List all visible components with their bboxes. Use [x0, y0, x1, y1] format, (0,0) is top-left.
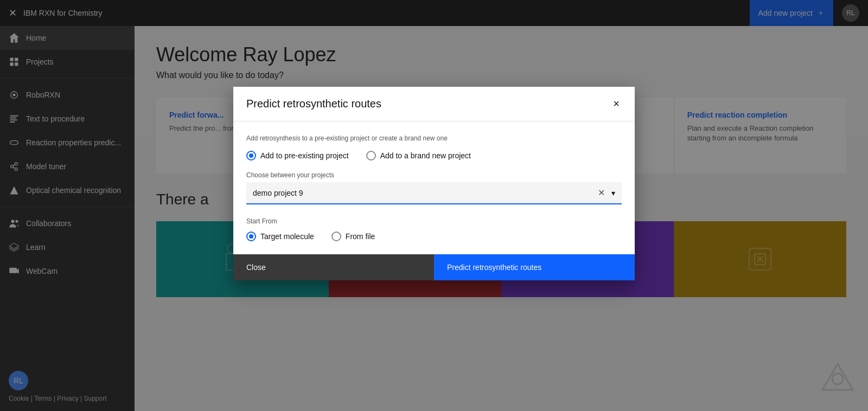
radio-circle-new-project — [366, 151, 376, 160]
project-dropdown[interactable]: demo project 9 ✕ ▾ — [246, 182, 622, 204]
modal-instruction: Add retrosynthesis to a pre-existing pro… — [246, 134, 622, 142]
dropdown-value: demo project 9 — [253, 189, 598, 197]
radio-new-project[interactable]: Add to a brand new project — [366, 151, 471, 160]
modal-body: Add retrosynthesis to a pre-existing pro… — [233, 121, 635, 254]
radio-circle-target-molecule — [246, 232, 256, 241]
radio-label-from-file: From file — [346, 232, 375, 241]
dropdown-clear-button[interactable]: ✕ — [598, 188, 605, 198]
modal-close-button[interactable]: × — [611, 95, 622, 112]
radio-label-target-molecule: Target molecule — [260, 232, 314, 241]
radio-from-file[interactable]: From file — [331, 232, 375, 241]
modal-footer: Close Predict retrosynthetic routes — [233, 254, 635, 280]
dropdown-label: Choose between your projects — [246, 171, 622, 179]
radio-circle-from-file — [331, 232, 341, 241]
dropdown-actions: ✕ ▾ — [598, 188, 615, 198]
modal-overlay: Predict retrosynthetic routes × Add retr… — [0, 0, 868, 411]
modal-header: Predict retrosynthetic routes × — [233, 87, 635, 121]
radio-pre-existing[interactable]: Add to pre-existing project — [246, 151, 349, 160]
radio-target-molecule[interactable]: Target molecule — [246, 232, 314, 241]
start-from-label: Start From — [246, 217, 622, 225]
modal-title: Predict retrosynthetic routes — [246, 98, 381, 110]
radio-label-new-project: Add to a brand new project — [380, 151, 471, 160]
radio-circle-pre-existing — [246, 151, 256, 160]
project-type-radio-group: Add to pre-existing project Add to a bra… — [246, 151, 622, 160]
modal: Predict retrosynthetic routes × Add retr… — [233, 87, 635, 280]
dropdown-chevron-button[interactable]: ▾ — [611, 189, 615, 197]
modal-close-footer-button[interactable]: Close — [233, 254, 434, 280]
start-from-radio-group: Target molecule From file — [246, 232, 622, 241]
modal-predict-button[interactable]: Predict retrosynthetic routes — [434, 254, 635, 280]
radio-label-pre-existing: Add to pre-existing project — [260, 151, 349, 160]
